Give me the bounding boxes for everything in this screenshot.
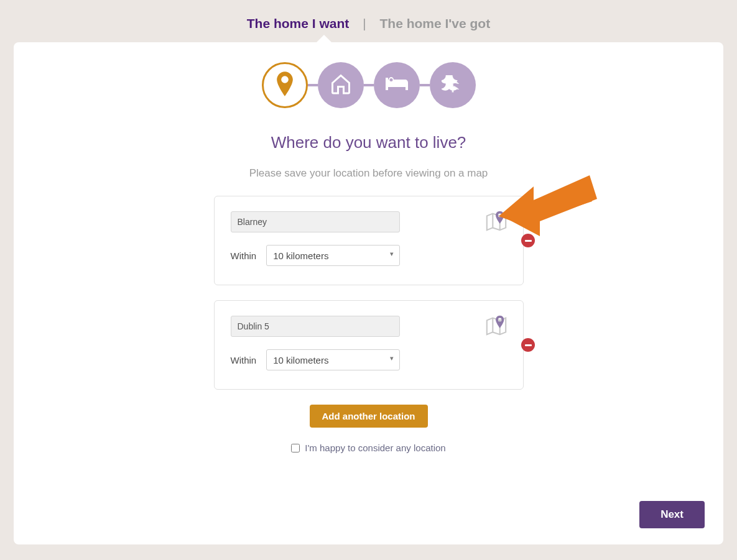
step-location[interactable]	[262, 62, 308, 108]
step-connector	[308, 84, 318, 86]
location-name-input[interactable]	[231, 316, 400, 337]
location-box: Within 10 kilometers	[214, 196, 524, 285]
remove-location-button[interactable]	[521, 234, 535, 247]
location-name-input[interactable]	[231, 211, 400, 232]
add-location-button[interactable]: Add another location	[310, 405, 428, 428]
leaf-icon	[442, 73, 464, 98]
tab-separator: |	[363, 17, 366, 31]
tab-home-got[interactable]: The home I've got	[380, 16, 491, 31]
within-label: Within	[231, 250, 257, 261]
bed-icon	[384, 75, 409, 95]
main-card: Where do you want to live? Please save y…	[14, 42, 723, 544]
page-heading: Where do you want to live?	[14, 133, 723, 152]
within-row: Within 10 kilometers	[231, 349, 467, 370]
stepper	[14, 62, 723, 108]
tab-home-want[interactable]: The home I want	[247, 16, 350, 31]
location-fields: Within 10 kilometers	[231, 211, 467, 266]
step-garden[interactable]	[430, 62, 476, 108]
view-on-map-button[interactable]	[484, 209, 507, 231]
location-row: Within 10 kilometers	[14, 300, 723, 390]
location-fields: Within 10 kilometers	[231, 316, 467, 370]
distance-select[interactable]: 10 kilometers	[266, 245, 400, 266]
page-subtext: Please save your location before viewing…	[14, 167, 723, 180]
location-pin-icon	[276, 71, 294, 99]
any-location-checkbox[interactable]	[291, 444, 300, 452]
step-bed[interactable]	[374, 62, 420, 108]
step-connector	[364, 84, 374, 86]
location-row: Within 10 kilometers	[14, 196, 723, 285]
next-button[interactable]: Next	[639, 501, 705, 528]
location-box: Within 10 kilometers	[214, 300, 524, 390]
any-location-row[interactable]: I'm happy to consider any location	[14, 443, 723, 453]
step-home[interactable]	[318, 62, 364, 108]
any-location-label: I'm happy to consider any location	[305, 443, 445, 453]
distance-select[interactable]: 10 kilometers	[266, 349, 400, 370]
within-label: Within	[231, 355, 257, 365]
remove-location-button[interactable]	[521, 338, 535, 352]
home-icon	[330, 73, 352, 98]
within-row: Within 10 kilometers	[231, 245, 467, 266]
view-on-map-button[interactable]	[484, 313, 507, 336]
tab-bar: The home I want | The home I've got	[0, 0, 737, 42]
step-connector	[420, 84, 430, 86]
